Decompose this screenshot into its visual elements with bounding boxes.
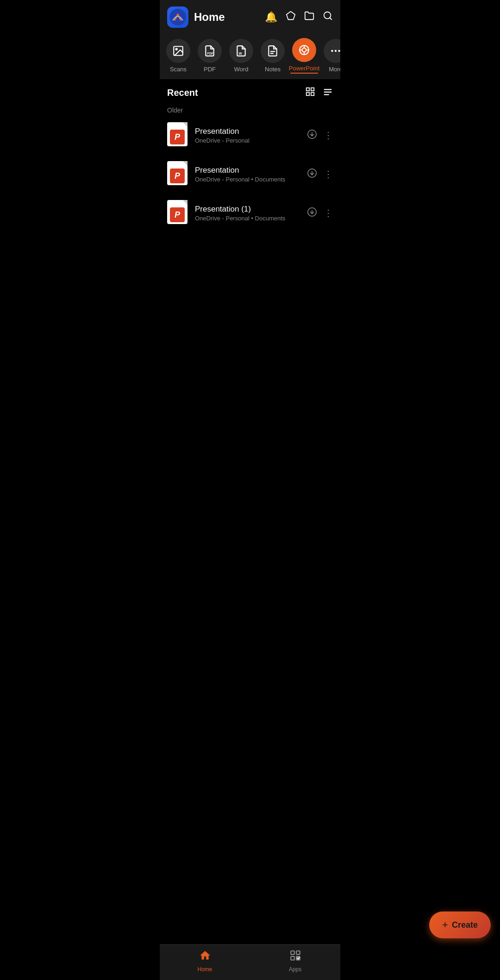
notes-tab-label: Notes	[265, 66, 281, 73]
file-icon: P	[167, 200, 189, 226]
tab-scans[interactable]: Scans	[164, 39, 192, 73]
svg-text:PDF: PDF	[207, 52, 213, 55]
page-title: Home	[194, 11, 259, 24]
app-header: Home 🔔	[160, 0, 340, 32]
file-icon: P	[167, 161, 189, 187]
powerpoint-tab-label: PowerPoint	[289, 65, 319, 72]
file-icon: P	[167, 122, 189, 148]
file-info: Presentation OneDrive - Personal • Docum…	[195, 166, 301, 183]
svg-marker-1	[287, 12, 295, 19]
svg-point-5	[176, 49, 177, 50]
scans-tab-icon	[166, 39, 190, 63]
tab-notes[interactable]: Notes	[259, 39, 287, 73]
tab-powerpoint[interactable]: PowerPoint	[290, 38, 318, 74]
file-corner	[183, 122, 188, 127]
recent-label: Recent	[167, 87, 198, 98]
svg-point-11	[302, 48, 306, 52]
grid-view-icon[interactable]	[305, 87, 315, 99]
list-view-icon[interactable]	[323, 87, 333, 99]
recent-section-header: Recent	[160, 79, 340, 103]
folder-icon[interactable]	[304, 11, 314, 24]
file-info: Presentation (1) OneDrive - Personal • D…	[195, 205, 301, 222]
svg-point-18	[338, 50, 340, 52]
more-options-icon[interactable]: ⋮	[324, 130, 333, 141]
powerpoint-icon-badge: P	[170, 207, 185, 222]
file-info: Presentation OneDrive - Personal	[195, 127, 301, 144]
file-actions: ⋮	[307, 168, 333, 181]
table-row[interactable]: P Presentation OneDrive - Personal • Doc…	[163, 155, 337, 194]
search-icon[interactable]	[323, 11, 333, 24]
svg-text:W: W	[239, 51, 243, 56]
download-icon[interactable]	[307, 129, 317, 142]
file-actions: ⋮	[307, 129, 333, 142]
file-corner	[183, 200, 188, 205]
pdf-tab-label: PDF	[204, 66, 216, 73]
file-name: Presentation (1)	[195, 205, 301, 214]
file-location: OneDrive - Personal • Documents	[195, 176, 301, 183]
word-tab-icon: W	[229, 39, 253, 63]
file-location: OneDrive - Personal	[195, 137, 301, 144]
pdf-tab-icon: PDF	[198, 39, 222, 63]
notes-tab-icon	[261, 39, 285, 63]
header-icons: 🔔	[265, 11, 333, 24]
svg-rect-19	[306, 88, 309, 91]
powerpoint-icon-badge: P	[170, 169, 185, 183]
word-tab-label: Word	[234, 66, 249, 73]
table-row[interactable]: P Presentation (1) OneDrive - Personal •…	[163, 194, 337, 232]
download-icon[interactable]	[307, 207, 317, 219]
older-label: Older	[160, 103, 340, 116]
app-logo[interactable]	[167, 6, 188, 28]
more-options-icon[interactable]: ⋮	[324, 207, 333, 218]
svg-rect-20	[311, 88, 314, 91]
table-row[interactable]: P Presentation OneDrive - Personal ⋮	[163, 116, 337, 155]
powerpoint-tab-icon	[292, 38, 316, 62]
file-name: Presentation	[195, 127, 301, 136]
download-icon[interactable]	[307, 168, 317, 181]
svg-rect-22	[311, 93, 314, 95]
tab-pdf[interactable]: PDF PDF	[196, 39, 224, 73]
svg-line-3	[330, 18, 331, 19]
file-list: P Presentation OneDrive - Personal ⋮ P	[160, 116, 340, 232]
more-options-icon[interactable]: ⋮	[324, 169, 333, 180]
filter-tabs-container: Scans PDF PDF W Word	[160, 32, 340, 79]
svg-point-17	[335, 50, 337, 52]
svg-rect-21	[306, 93, 309, 95]
more-tab-icon	[324, 39, 340, 63]
active-tab-indicator	[290, 73, 318, 74]
tab-word[interactable]: W Word	[227, 39, 255, 73]
file-name: Presentation	[195, 166, 301, 175]
file-actions: ⋮	[307, 207, 333, 219]
more-tab-label: More	[329, 66, 340, 73]
file-corner	[183, 161, 188, 166]
scans-tab-label: Scans	[170, 66, 187, 73]
tab-more[interactable]: More	[322, 39, 340, 73]
svg-point-16	[331, 50, 333, 52]
powerpoint-icon-badge: P	[170, 130, 185, 144]
file-location: OneDrive - Personal • Documents	[195, 215, 301, 222]
notifications-icon[interactable]: 🔔	[265, 11, 277, 23]
view-controls	[305, 87, 333, 99]
diamond-icon[interactable]	[286, 11, 296, 24]
